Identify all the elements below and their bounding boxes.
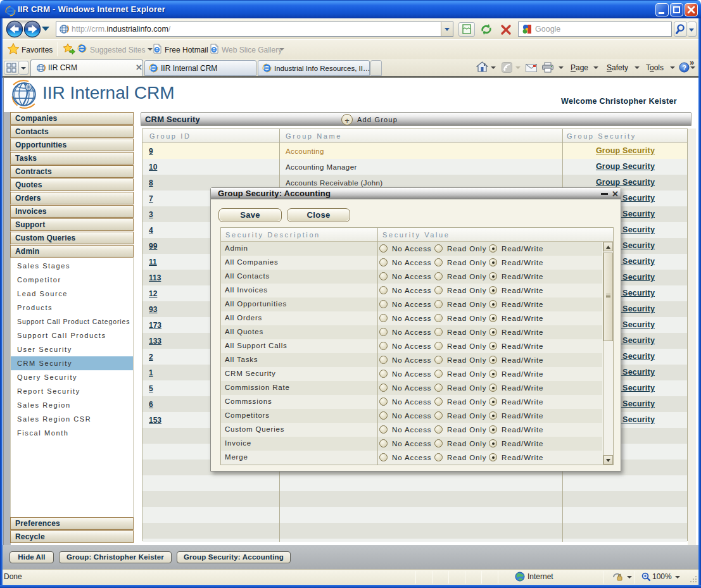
svg-text:?: ? xyxy=(682,64,686,72)
